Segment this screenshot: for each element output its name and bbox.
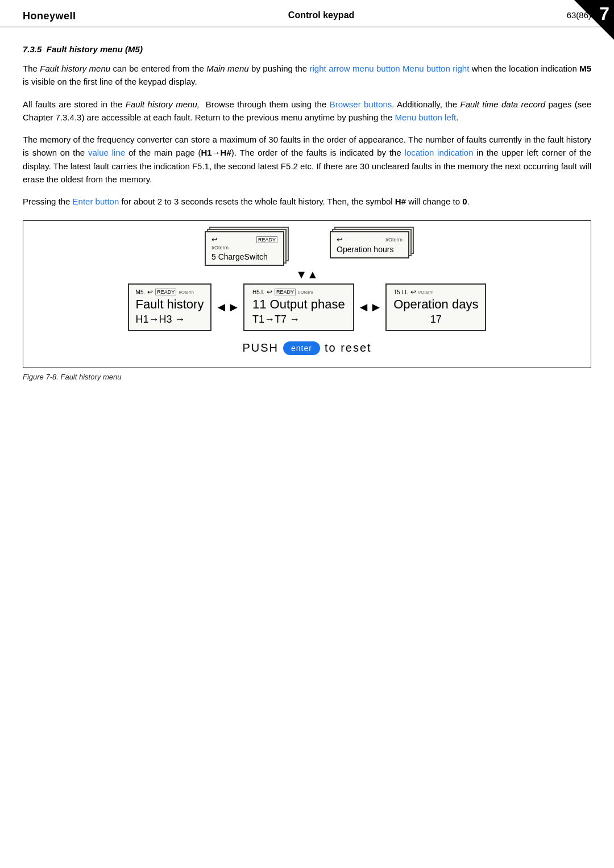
left-line2: H1→H3 → xyxy=(136,314,204,326)
push-row: PUSH enter to reset xyxy=(35,341,579,355)
updown-arrows: ▼▲ xyxy=(35,268,579,281)
mid-line1: 11 Output phase xyxy=(252,297,345,312)
section-title: Fault history menu (M5) xyxy=(47,44,143,54)
enter-button[interactable]: enter xyxy=(283,341,320,355)
top-right-screen-stack: ↩ I/Oterm Operation hours xyxy=(330,231,409,258)
brand-logo: Honeywell xyxy=(23,10,76,22)
left-ready-badge: READY xyxy=(155,289,176,295)
figure-caption: Figure 7-8. Fault history menu xyxy=(23,373,591,381)
lr-arrow-1: ◄► xyxy=(215,300,240,315)
text-fault-time-data: Fault time data record xyxy=(460,99,546,109)
right-label: I/Oterm xyxy=(418,290,434,295)
text-main-menu: Main menu xyxy=(206,64,248,73)
link-menu-button-left: Menu button left xyxy=(395,112,457,122)
tl-icon: ↩ xyxy=(211,235,218,244)
lr-arrow-2: ◄► xyxy=(358,300,383,315)
text-fault-history-menu-2: Fault history menu, xyxy=(126,99,200,109)
mid-line2: T1→T7 → xyxy=(252,314,345,326)
top-left-screen: ↩ READY I/Oterm 5 ChargeSwitch xyxy=(205,231,284,266)
paragraph-1: The Fault history menu can be entered fr… xyxy=(23,62,591,89)
top-right-screen-cell: ↩ I/Oterm Operation hours xyxy=(330,231,409,266)
tr-line1: Operation hours xyxy=(337,245,403,254)
tr-label: I/Oterm xyxy=(385,237,403,243)
mid-screen: H5.I. ↩ READY I/Oterm 11 Output phase T1… xyxy=(243,283,354,331)
link-browser-buttons: Browser buttons xyxy=(330,99,392,109)
left-screen: M5. ↩ READY I/Oterm Fault history H1→H3 … xyxy=(128,283,212,331)
tl-ready-badge: READY xyxy=(256,236,277,243)
top-left-screen-cell: ↩ READY I/Oterm 5 ChargeSwitch xyxy=(205,231,284,266)
mid-location: H5.I. xyxy=(252,289,264,295)
top-screens-row: ↩ READY I/Oterm 5 ChargeSwitch ↩ xyxy=(35,231,579,266)
left-label: I/Oterm xyxy=(179,290,194,295)
right-screen: T5.I.I. ↩ I/Oterm Operation days 17 xyxy=(385,283,486,331)
text-h1-hnum: H1→H# xyxy=(201,148,231,157)
right-line1: Operation days xyxy=(393,297,478,312)
right-icon: ↩ xyxy=(410,288,416,296)
text-hnum-bold: H# xyxy=(395,197,406,206)
paragraph-4: Pressing the Enter button for about 2 to… xyxy=(23,195,591,208)
paragraph-3: The memory of the frequency converter ca… xyxy=(23,133,591,186)
section-heading: 7.3.5 Fault history menu (M5) xyxy=(23,44,591,54)
top-left-screen-stack: ↩ READY I/Oterm 5 ChargeSwitch xyxy=(205,231,284,266)
left-icon: ↩ xyxy=(147,288,153,296)
right-location: T5.I.I. xyxy=(393,289,408,295)
right-line2: 17 xyxy=(393,314,478,326)
mid-icon: ↩ xyxy=(267,288,272,296)
section-number: 7.3.5 xyxy=(23,44,42,54)
page-title: Control keypad xyxy=(76,10,567,20)
page-header: Honeywell Control keypad 63(86) xyxy=(0,0,614,27)
main-content: 7.3.5 Fault history menu (M5) The Fault … xyxy=(0,27,614,398)
text-value-line: value line xyxy=(88,148,125,157)
mid-row: M5. ↩ READY I/Oterm Fault history H1→H3 … xyxy=(35,283,579,331)
to-reset-label: to reset xyxy=(325,341,372,354)
text-location-indication: location indication xyxy=(405,148,474,157)
mid-label: I/Oterm xyxy=(298,290,313,295)
tl-line1: 5 ChargeSwitch xyxy=(211,252,277,261)
tl-label: I/Oterm xyxy=(211,245,277,251)
link-enter-button: Enter button xyxy=(73,197,119,206)
top-right-screen: ↩ I/Oterm Operation hours xyxy=(330,231,409,258)
text-zero: 0 xyxy=(462,197,467,206)
tr-icon: ↩ xyxy=(337,235,343,244)
link-right-arrow-menu: right arrow menu button Menu button righ… xyxy=(310,64,470,73)
left-line1: Fault history xyxy=(136,297,204,312)
diagram-box: ↩ READY I/Oterm 5 ChargeSwitch ↩ xyxy=(23,220,591,368)
left-location: M5. xyxy=(136,289,146,295)
mid-ready-badge: READY xyxy=(275,289,296,295)
text-fault-history-menu: Fault history menu xyxy=(40,64,110,73)
paragraph-2: All faults are stored in the Fault histo… xyxy=(23,98,591,124)
push-label: PUSH xyxy=(242,341,279,354)
text-m5: M5 xyxy=(579,64,591,73)
corner-number: 7 xyxy=(599,3,609,24)
